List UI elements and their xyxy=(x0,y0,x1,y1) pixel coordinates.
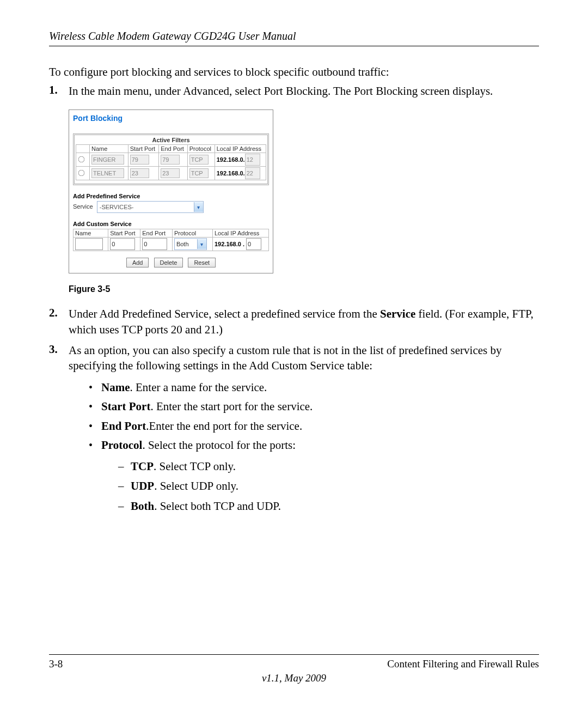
custom-col-ip: Local IP Address xyxy=(212,229,268,238)
add-custom-label: Add Custom Service xyxy=(73,221,269,227)
step-1: 1. In the main menu, under Advanced, sel… xyxy=(49,83,539,99)
custom-end-input[interactable] xyxy=(142,238,167,250)
figure-caption: Figure 3-5 xyxy=(69,284,539,294)
service-select[interactable]: -SERVICES- ▾ xyxy=(97,201,204,213)
custom-ip-octet-input[interactable] xyxy=(246,238,261,250)
service-field-label: Service xyxy=(73,203,93,210)
bullet-startport: Start Port. Enter the start port for the… xyxy=(87,398,539,416)
step-3-number: 3. xyxy=(49,343,69,374)
custom-proto-select[interactable]: Both ▾ xyxy=(174,238,207,250)
chevron-down-icon: ▾ xyxy=(197,239,206,249)
filter-name-field[interactable] xyxy=(91,168,124,178)
custom-col-proto: Protocol xyxy=(172,229,212,238)
dash-udp: UDP. Select UDP only. xyxy=(117,477,539,495)
filter-row: 192.168.0. xyxy=(76,167,266,180)
ip-octet-field[interactable] xyxy=(245,154,260,166)
service-select-value: -SERVICES- xyxy=(100,204,134,210)
add-predefined-label: Add Predefined Service xyxy=(73,193,269,199)
port-blocking-title: Port Blocking xyxy=(73,114,269,133)
custom-col-start: Start Port xyxy=(108,229,140,238)
bullet-name: Name. Enter a name for the service. xyxy=(87,379,539,397)
footer-page-number: 3-8 xyxy=(49,658,63,670)
filter-proto-field[interactable] xyxy=(189,155,209,165)
dash-both: Both. Select both TCP and UDP. xyxy=(117,497,539,515)
port-blocking-screenshot: Port Blocking Active Filters Name Start … xyxy=(69,109,273,273)
step-2-number: 2. xyxy=(49,306,69,337)
page-footer: 3-8 Content Filtering and Firewall Rules… xyxy=(49,654,539,684)
custom-service-table: Name Start Port End Port Protocol Local … xyxy=(73,229,269,251)
col-name: Name xyxy=(90,145,128,153)
ip-prefix: 192.168.0. xyxy=(217,170,245,176)
reset-button[interactable]: Reset xyxy=(188,258,216,267)
custom-proto-value: Both xyxy=(176,241,189,247)
filter-endport-field[interactable] xyxy=(161,155,180,165)
intro-text: To configure port blocking and services … xyxy=(49,65,539,79)
col-proto: Protocol xyxy=(187,145,215,153)
step-1-text: In the main menu, under Advanced, select… xyxy=(69,83,539,99)
dash-tcp: TCP. Select TCP only. xyxy=(117,458,539,476)
ip-prefix: 192.168.0. xyxy=(217,156,245,163)
add-button[interactable]: Add xyxy=(126,258,149,267)
custom-row: Both ▾ 192.168.0 . xyxy=(74,238,269,251)
step-3: 3. As an option, you can also specify a … xyxy=(49,343,539,374)
bullet-protocol: Protocol. Select the protocol for the po… xyxy=(87,437,539,515)
step-1-number: 1. xyxy=(49,83,69,99)
custom-start-input[interactable] xyxy=(110,238,135,250)
filter-row-radio[interactable] xyxy=(78,169,85,176)
custom-col-name: Name xyxy=(74,229,108,238)
col-start: Start Port xyxy=(128,145,158,153)
filter-name-field[interactable] xyxy=(91,155,124,165)
filter-row: 192.168.0. xyxy=(76,153,266,167)
step-2: 2. Under Add Predefined Service, select … xyxy=(49,306,539,337)
custom-name-input[interactable] xyxy=(75,238,103,250)
bullet-endport: End Port.Enter the end port for the serv… xyxy=(87,418,539,435)
filter-proto-field[interactable] xyxy=(189,168,209,178)
active-filters-table: Name Start Port End Port Protocol Local … xyxy=(76,144,266,180)
col-end: End Port xyxy=(159,145,188,153)
ip-octet-field[interactable] xyxy=(245,167,260,179)
filter-row-radio[interactable] xyxy=(78,156,85,162)
col-ip: Local IP Address xyxy=(215,145,266,153)
step-3-text: As an option, you can also specify a cus… xyxy=(69,343,539,374)
footer-section-title: Content Filtering and Firewall Rules xyxy=(387,658,539,670)
custom-col-end: End Port xyxy=(140,229,173,238)
page-header: Wireless Cable Modem Gateway CGD24G User… xyxy=(49,30,539,46)
filter-startport-field[interactable] xyxy=(130,155,149,165)
footer-version: v1.1, May 2009 xyxy=(49,672,539,684)
filter-endport-field[interactable] xyxy=(161,168,180,178)
filter-startport-field[interactable] xyxy=(130,168,149,178)
step-2-text: Under Add Predefined Service, select a p… xyxy=(69,306,539,337)
custom-ip-prefix: 192.168.0 . xyxy=(215,241,244,247)
active-filters-title: Active Filters xyxy=(76,137,266,144)
delete-button[interactable]: Delete xyxy=(154,258,183,267)
chevron-down-icon: ▾ xyxy=(194,202,203,212)
